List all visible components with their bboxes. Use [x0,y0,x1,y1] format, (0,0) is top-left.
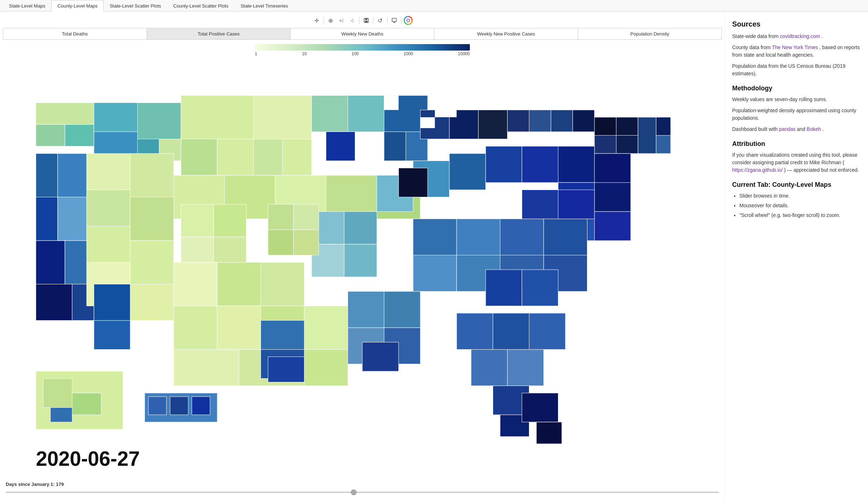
svg-rect-26 [384,132,406,161]
subtab-weekly-positive[interactable]: Weekly New Positive Cases [434,28,578,39]
slider-area: Days since January 1: 179 [3,480,722,497]
current-tab-tips: Slider browses in time. Mouseover for de… [732,192,861,219]
svg-rect-80 [217,306,261,349]
svg-rect-22 [282,139,311,175]
svg-rect-111 [344,244,377,277]
methodology-3-text: Dashboard built with [732,126,779,132]
svg-rect-54 [130,153,173,197]
wheel-zoom-icon[interactable]: ⊕ [326,16,335,25]
move-icon[interactable]: ✛ [312,16,321,25]
tab-state-timeseries[interactable]: State-Level Timeseries [234,0,294,11]
svg-rect-30 [478,110,507,139]
tab-state-scatter[interactable]: State-Level Scatter Plots [104,0,167,11]
save-icon[interactable] [362,16,371,25]
slider-value: 179 [56,482,64,487]
svg-rect-51 [87,190,130,226]
subtab-weekly-deaths[interactable]: Weekly New Deaths [291,28,434,39]
attribution-text: If you share visualizations created usin… [732,151,861,174]
attribution-before: If you share visualizations created usin… [732,152,857,165]
sources-title: Sources [732,20,861,28]
svg-rect-75 [595,212,631,241]
svg-rect-133 [43,379,72,408]
svg-rect-32 [529,110,551,132]
time-slider[interactable] [6,492,719,493]
svg-rect-33 [551,110,573,132]
svg-rect-86 [261,321,304,350]
subtab-total-positive[interactable]: Total Positive Cases [147,28,291,39]
subtab-total-deaths[interactable]: Total Deaths [3,28,147,39]
svg-rect-44 [36,241,65,284]
source-3: Population data from the US Census Burea… [732,62,861,77]
svg-rect-31 [507,110,529,132]
svg-rect-39 [638,117,656,153]
zgana-link[interactable]: https://zgana.github.io/ [732,167,783,173]
svg-rect-92 [544,219,587,255]
covidtracking-link[interactable]: covidtracking.com [780,33,820,39]
svg-rect-50 [87,153,130,190]
methodology-1: Weekly values are seven-day rolling sums… [732,96,861,103]
svg-rect-40 [656,117,671,136]
color-label-100: 100 [352,51,359,56]
methodology-3: Dashboard built with pandas and Bokeh . [732,126,861,133]
subtab-pop-density[interactable]: Population Density [578,28,721,39]
map-container[interactable]: 2020-06-27 [3,59,722,480]
bokeh-link[interactable]: Bokeh [807,126,821,132]
bokeh-toolbar: ✛ ⊕ +⃞ -⃝ ↺ [3,14,722,27]
reset-icon[interactable]: -⃝ [348,16,357,25]
svg-rect-46 [58,153,87,197]
slider-label-text: Days since January 1: [6,482,56,487]
svg-rect-37 [595,136,616,154]
attribution-after: ) — appreciated but not enforced. [784,167,859,173]
svg-rect-20 [253,95,311,139]
tip-1: Slider browses in time. [739,192,861,200]
methodology-2: Population-weighted density approximated… [732,107,861,122]
svg-rect-127 [522,190,558,219]
inspect-icon[interactable] [390,16,399,25]
svg-rect-88 [268,357,304,382]
svg-rect-84 [304,306,348,349]
svg-rect-122 [294,230,319,255]
svg-rect-52 [87,226,130,262]
box-zoom-icon[interactable]: +⃞ [337,16,346,25]
svg-rect-102 [471,350,507,386]
svg-point-7 [407,19,410,22]
svg-rect-107 [536,422,562,444]
svg-rect-69 [522,146,558,183]
svg-rect-3 [392,18,396,22]
toolbar-separator [324,17,324,24]
svg-rect-90 [457,219,500,255]
svg-rect-47 [58,197,87,241]
svg-rect-129 [384,95,399,110]
svg-rect-91 [500,219,544,255]
nytimes-link[interactable]: The New York Times [772,44,818,50]
source-2: County data from The New York Times , ba… [732,44,861,59]
svg-rect-100 [493,313,529,349]
svg-rect-112 [399,168,428,197]
svg-rect-35 [595,117,616,136]
svg-rect-18 [181,139,217,175]
svg-rect-23 [311,95,348,132]
svg-rect-85 [304,350,348,386]
right-panel: Sources State-wide data from covidtracki… [725,11,868,500]
bokeh-logo [404,16,413,25]
svg-rect-34 [573,110,595,132]
svg-rect-115 [384,292,420,328]
svg-rect-137 [148,397,167,415]
refresh-icon[interactable]: ↺ [376,16,385,25]
methodology-3-end: . [822,126,824,132]
svg-rect-126 [214,237,246,262]
svg-rect-124 [214,204,246,237]
tab-state-maps[interactable]: State-Level Maps [3,0,51,11]
svg-rect-57 [130,284,173,320]
svg-rect-135 [51,408,72,422]
svg-rect-113 [326,132,355,161]
svg-rect-79 [174,306,217,349]
svg-rect-93 [413,255,457,292]
sub-tab-bar: Total Deaths Total Positive Cases Weekly… [3,28,722,40]
svg-rect-12 [94,103,137,132]
us-map-svg[interactable]: 2020-06-27 [3,59,722,480]
tab-county-scatter[interactable]: County-Level Scatter Plots [167,0,234,11]
pandas-link[interactable]: pandas [779,126,796,132]
tip-3: "Scroll wheel" (e.g. two-finger scroll) … [739,212,861,219]
tab-county-maps[interactable]: County-Level Maps [51,0,104,11]
